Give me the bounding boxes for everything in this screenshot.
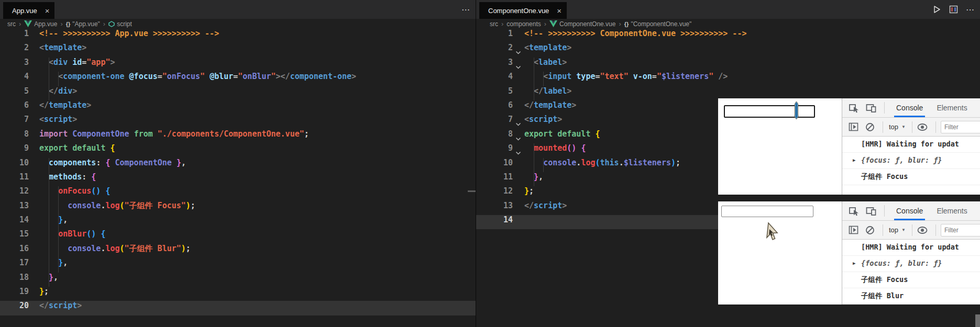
code-text: </div> bbox=[39, 86, 77, 96]
code-line-20[interactable]: 20</script> bbox=[0, 301, 476, 315]
devtools-pane: ConsoleElementstop▼[HMR] Waiting for upd… bbox=[842, 201, 980, 305]
code-text: </template> bbox=[39, 100, 91, 110]
code-line-1[interactable]: 1<!-- >>>>>>>>>> ComponentOne.vue >>>>>>… bbox=[476, 29, 980, 43]
tab-elements[interactable]: Elements bbox=[930, 201, 974, 220]
breadcrumb-item[interactable]: {}"ComponentOne.vue" bbox=[624, 20, 691, 28]
console-log-row: 子组件 Blur bbox=[842, 288, 980, 305]
code-line-9[interactable]: 9export default { bbox=[0, 143, 476, 157]
console-log-row: [HMR] Waiting for updat bbox=[842, 240, 980, 256]
scrollbar[interactable] bbox=[975, 314, 980, 327]
code-editor-app-vue[interactable]: 1<!-- >>>>>>>>>> App.vue >>>>>>>>>> -->2… bbox=[0, 29, 476, 327]
fold-chevron-icon bbox=[515, 50, 521, 55]
text-cursor-icon bbox=[792, 101, 801, 122]
close-icon[interactable]: × bbox=[45, 7, 50, 15]
dock-sidebar-icon[interactable] bbox=[849, 225, 858, 234]
code-line-12[interactable]: 12 onFocus() { bbox=[0, 186, 476, 200]
fold-chevron-icon[interactable] bbox=[515, 148, 521, 157]
indent-guide bbox=[534, 58, 534, 100]
editor-group-left: App.vue × ⋯ src›App.vue›{}"App.vue"›scri… bbox=[0, 0, 476, 327]
inspect-icon[interactable] bbox=[849, 206, 859, 216]
braces-icon: {} bbox=[66, 21, 71, 27]
more-actions-icon[interactable]: ⋯ bbox=[461, 5, 470, 15]
console-object-row[interactable]: ▶{focus: ƒ, blur: ƒ} bbox=[842, 153, 980, 169]
line-number: 6 bbox=[476, 100, 513, 110]
live-expression-eye-icon[interactable] bbox=[917, 123, 928, 131]
fold-chevron-icon[interactable] bbox=[515, 134, 521, 143]
more-actions-icon[interactable]: ⋯ bbox=[966, 5, 975, 15]
code-line-17[interactable]: 17 }, bbox=[0, 258, 476, 272]
code-line-16[interactable]: 16 console.log("子组件 Blur"); bbox=[0, 244, 476, 258]
code-line-2[interactable]: 2<template> bbox=[0, 43, 476, 57]
devtools-pane: ConsoleElementstop▼[HMR] Waiting for upd… bbox=[842, 98, 980, 195]
code-line-13[interactable]: 13 console.log("子组件 Focus"); bbox=[0, 201, 476, 215]
code-line-6[interactable]: 6</template> bbox=[0, 100, 476, 115]
breadcrumb-item[interactable]: src bbox=[7, 20, 16, 28]
context-selector[interactable]: top▼ bbox=[889, 226, 906, 234]
line-number: 8 bbox=[0, 129, 29, 139]
device-toolbar-icon[interactable] bbox=[866, 206, 876, 216]
code-line-18[interactable]: 18 }, bbox=[0, 273, 476, 287]
text-input[interactable] bbox=[721, 206, 813, 217]
code-line-7[interactable]: 7<script> bbox=[0, 115, 476, 129]
dock-sidebar-icon[interactable] bbox=[849, 122, 858, 131]
code-line-4[interactable]: 4 <component-one @focus="onFocus" @blur=… bbox=[0, 72, 476, 86]
split-editor-icon[interactable] bbox=[949, 5, 958, 14]
close-icon[interactable]: × bbox=[557, 7, 561, 15]
tab-console[interactable]: Console bbox=[889, 98, 930, 117]
fold-chevron-icon[interactable] bbox=[515, 62, 521, 72]
clear-console-icon[interactable] bbox=[865, 122, 875, 132]
code-line-2[interactable]: 2<template> bbox=[476, 43, 980, 57]
code-text: <label> bbox=[524, 58, 567, 67]
code-text: console.log("子组件 Focus"); bbox=[39, 201, 195, 211]
chevron-right-icon: › bbox=[60, 20, 62, 28]
expand-triangle-icon[interactable]: ▶ bbox=[853, 153, 855, 168]
fold-chevron-icon[interactable] bbox=[515, 48, 521, 57]
breadcrumb-item[interactable]: App.vue bbox=[24, 20, 57, 28]
code-line-10[interactable]: 10 components: { ComponentOne }, bbox=[0, 158, 476, 172]
line-number: 11 bbox=[0, 172, 29, 182]
fold-chevron-icon bbox=[515, 65, 521, 70]
code-line-19[interactable]: 19}; bbox=[0, 287, 476, 301]
indent-guide bbox=[543, 158, 544, 172]
context-selector[interactable]: top▼ bbox=[889, 123, 906, 131]
breadcrumb-item[interactable]: {}"App.vue" bbox=[66, 20, 100, 28]
code-line-4[interactable]: 4 <input type="text" v-on="$listeners" /… bbox=[476, 72, 980, 86]
tab-app-vue[interactable]: App.vue × bbox=[3, 2, 54, 19]
breadcrumb-item[interactable]: script bbox=[108, 20, 132, 28]
console-object-row[interactable]: ▶{focus: ƒ, blur: ƒ} bbox=[842, 256, 980, 272]
line-number: 20 bbox=[0, 301, 29, 310]
indent-guide bbox=[58, 186, 59, 272]
code-line-14[interactable]: 14 }, bbox=[0, 215, 476, 229]
live-expression-eye-icon[interactable] bbox=[917, 227, 928, 234]
editor-actions-right: ⋯ bbox=[932, 0, 975, 19]
device-toolbar-icon[interactable] bbox=[866, 103, 876, 112]
code-line-11[interactable]: 11 methods: { bbox=[0, 172, 476, 186]
tab-console[interactable]: Console bbox=[889, 201, 930, 220]
tab-componentone-vue[interactable]: ComponentOne.vue × bbox=[479, 2, 567, 19]
fold-chevron-icon[interactable] bbox=[515, 119, 521, 129]
breadcrumb-item[interactable]: ComponentOne.vue bbox=[549, 20, 615, 28]
code-line-5[interactable]: 5 </div> bbox=[0, 86, 476, 100]
code-text: </script> bbox=[39, 301, 82, 310]
tab-label: App.vue bbox=[12, 7, 37, 15]
code-text: <template> bbox=[524, 43, 571, 52]
code-line-15[interactable]: 15 onBlur() { bbox=[0, 229, 476, 243]
code-line-3[interactable]: 3 <label> bbox=[476, 58, 980, 72]
divider bbox=[884, 102, 885, 114]
inspect-icon[interactable] bbox=[849, 103, 859, 113]
breadcrumb-item[interactable]: src bbox=[490, 20, 498, 28]
chevron-right-icon: › bbox=[501, 20, 503, 28]
filter-input[interactable] bbox=[941, 224, 980, 236]
tab-elements[interactable]: Elements bbox=[930, 98, 974, 117]
breadcrumb-item[interactable]: components bbox=[506, 20, 541, 28]
code-line-1[interactable]: 1<!-- >>>>>>>>>> App.vue >>>>>>>>>> --> bbox=[0, 29, 476, 43]
text-input[interactable] bbox=[724, 105, 815, 118]
divider bbox=[912, 121, 912, 133]
code-line-3[interactable]: 3 <div id="app"> bbox=[0, 58, 476, 72]
code-line-8[interactable]: 8import ComponentOne from "./components/… bbox=[0, 129, 476, 143]
filter-input[interactable] bbox=[941, 121, 980, 133]
clear-console-icon[interactable] bbox=[865, 225, 875, 235]
expand-triangle-icon[interactable]: ▶ bbox=[853, 256, 855, 271]
run-icon[interactable] bbox=[932, 5, 941, 14]
vue-icon bbox=[24, 20, 32, 27]
